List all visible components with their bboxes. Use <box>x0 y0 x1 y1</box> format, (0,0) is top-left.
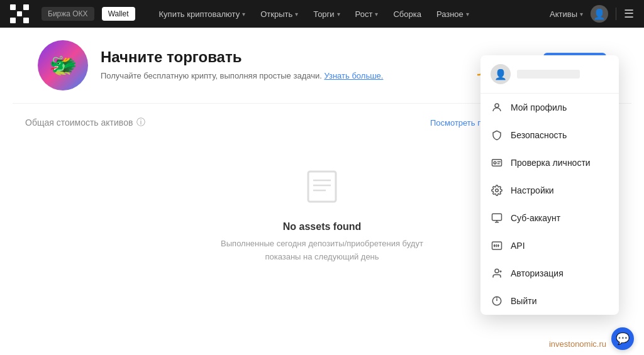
no-assets-icon <box>302 167 342 214</box>
chat-icon: 💬 <box>616 332 630 346</box>
auth-icon <box>491 267 503 280</box>
header-divider <box>616 8 616 20</box>
no-assets-title: No assets found <box>283 221 361 232</box>
dropdown-item-subaccount[interactable]: Суб-аккаунт <box>480 204 619 232</box>
chevron-down-icon: ▾ <box>242 11 245 18</box>
sub-account-icon <box>491 212 503 224</box>
nav-build[interactable]: Сборка <box>387 6 428 23</box>
dropdown-item-logout[interactable]: Выйти <box>480 287 619 315</box>
shield-icon <box>491 129 503 141</box>
hamburger-menu-button[interactable]: ☰ <box>624 7 634 21</box>
nav-buy-crypto[interactable]: Купить криптовалюту ▾ <box>153 6 252 23</box>
chevron-down-icon: ▾ <box>337 11 340 18</box>
tab-wallet[interactable]: Wallet <box>102 7 135 21</box>
hamburger-icon: ☰ <box>624 8 634 20</box>
dropdown-avatar: 👤 <box>491 64 511 84</box>
api-icon <box>491 239 503 252</box>
chevron-down-icon: ▾ <box>580 11 583 18</box>
learn-more-link[interactable]: Узнать больше. <box>324 71 383 80</box>
avatar-icon: 👤 <box>494 68 507 80</box>
header: Биржа ОКХ Wallet Купить криптовалюту ▾ О… <box>0 0 644 28</box>
svg-point-5 <box>495 104 499 107</box>
svg-point-10 <box>496 189 499 192</box>
no-assets-description: Выполненные сегодня депозиты/приобретени… <box>221 238 423 264</box>
user-icon: 👤 <box>593 8 606 20</box>
dropdown-username <box>517 70 580 79</box>
svg-rect-11 <box>492 214 502 221</box>
dropdown-header: 👤 <box>480 55 619 94</box>
user-dropdown-menu: 👤 Мой профиль Безопасность <box>480 55 619 315</box>
banner-description: Получайте бесплатную крипту, выполняя пр… <box>101 70 474 82</box>
header-right: Активы ▾ 👤 ☰ <box>550 5 634 23</box>
okx-logo <box>10 4 29 23</box>
profile-icon <box>491 101 503 114</box>
dropdown-item-security[interactable]: Безопасность <box>480 121 619 149</box>
info-icon[interactable]: ⓘ <box>136 117 145 128</box>
chevron-down-icon: ▾ <box>375 11 378 18</box>
logout-icon <box>491 295 503 307</box>
assets-title: Общая стоимость активов ⓘ <box>25 117 145 128</box>
tab-birzha[interactable]: Биржа ОКХ <box>42 7 94 21</box>
nav-trade[interactable]: Торги ▾ <box>307 6 346 23</box>
banner-text: Начните торговать Получайте бесплатную к… <box>101 48 474 82</box>
nav-misc[interactable]: Разное ▾ <box>430 6 475 23</box>
nav-growth[interactable]: Рост ▾ <box>349 6 385 23</box>
watermark: investonomic.ru <box>549 339 606 349</box>
dropdown-item-profile[interactable]: Мой профиль <box>480 94 619 121</box>
banner-title: Начните торговать <box>101 48 474 66</box>
settings-icon <box>491 184 503 197</box>
main-content: 🐲 Начните торговать Получайте бесплатную… <box>0 28 644 355</box>
chevron-down-icon: ▾ <box>295 11 298 18</box>
id-card-icon <box>491 156 503 169</box>
svg-point-20 <box>495 269 499 273</box>
dropdown-item-identity[interactable]: Проверка личности <box>480 149 619 177</box>
chat-button[interactable]: 💬 <box>611 327 634 350</box>
dropdown-item-api[interactable]: API <box>480 232 619 259</box>
svg-point-7 <box>494 161 496 164</box>
nav-open[interactable]: Открыть ▾ <box>254 6 304 23</box>
nav-items: Купить криптовалюту ▾ Открыть ▾ Торги ▾ … <box>153 6 542 23</box>
aktivi-button[interactable]: Активы ▾ <box>550 9 583 19</box>
dropdown-item-settings[interactable]: Настройки <box>480 177 619 204</box>
chevron-down-icon: ▾ <box>466 11 469 18</box>
mascot-image: 🐲 <box>38 40 88 90</box>
svg-rect-1 <box>308 172 336 202</box>
dropdown-item-auth[interactable]: Авторизация <box>480 259 619 287</box>
user-profile-button[interactable]: 👤 <box>591 5 608 23</box>
